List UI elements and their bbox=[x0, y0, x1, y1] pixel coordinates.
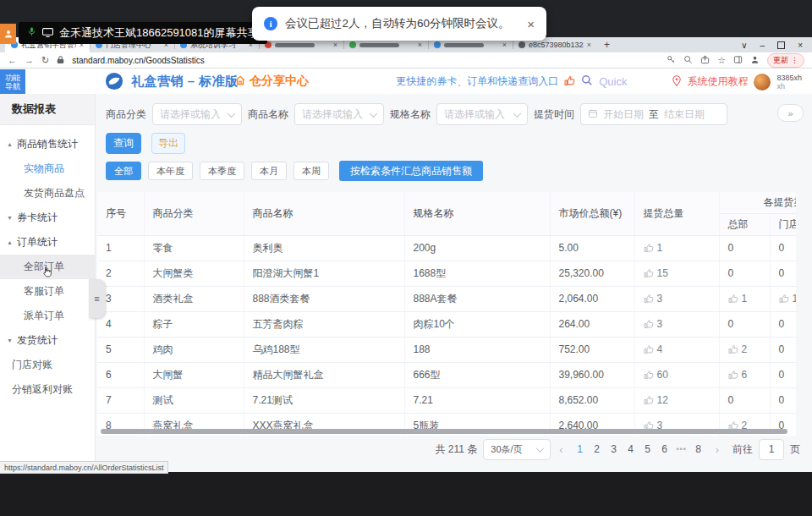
range-tab[interactable]: 本季度 bbox=[200, 162, 244, 180]
table-cell: 0 bbox=[770, 261, 796, 286]
sidebar-item[interactable]: 门店对账 bbox=[0, 353, 95, 377]
sidebar-item[interactable]: 实物商品 bbox=[0, 156, 95, 181]
page-unit-label: 页 bbox=[790, 442, 800, 457]
sidebar-item[interactable]: 分销返利对账 bbox=[0, 377, 95, 402]
tab-close-icon[interactable]: × bbox=[333, 41, 337, 49]
summary-button[interactable]: 按检索条件汇总商品销售额 bbox=[339, 161, 483, 181]
key-icon[interactable] bbox=[667, 55, 676, 66]
user-avatar[interactable] bbox=[754, 74, 771, 91]
category-placeholder: 请选择或输入 bbox=[160, 107, 221, 122]
function-nav-toggle[interactable]: 功能导航 bbox=[0, 69, 25, 94]
sidebar-item[interactable]: ▲订单统计 bbox=[0, 230, 95, 255]
sidebar-item[interactable]: ▲商品销售统计 bbox=[0, 132, 95, 156]
table-cell: 1 bbox=[634, 235, 719, 261]
total-count: 共 211 条 bbox=[436, 442, 478, 457]
bookmark-star-icon[interactable]: ☆ bbox=[717, 55, 726, 66]
zoom-icon[interactable] bbox=[683, 55, 693, 66]
date-range-picker[interactable]: 开始日期 至 结束日期 bbox=[580, 103, 727, 125]
range-tab[interactable]: 全部 bbox=[106, 162, 141, 180]
chrome-update-button[interactable]: 更新 ⋮ bbox=[767, 53, 804, 68]
username-sub: xh bbox=[776, 82, 802, 91]
sidebar-item[interactable]: 发货商品盘点 bbox=[0, 181, 95, 206]
warehouse-share-center-link[interactable]: 仓分享中心 bbox=[234, 74, 309, 89]
range-tab[interactable]: 本周 bbox=[294, 162, 329, 180]
sidebar-item-label: 派单订单 bbox=[24, 309, 64, 323]
sidebar-item[interactable]: 客服订单 bbox=[0, 279, 95, 304]
page-number[interactable]: 5 bbox=[639, 443, 656, 455]
range-tab[interactable]: 本月 bbox=[251, 162, 287, 180]
share-icon[interactable] bbox=[700, 55, 710, 66]
screen-share-text: 金禾通技术王斌18662591081的屏幕共享 bbox=[59, 25, 259, 41]
page-number[interactable]: 3 bbox=[606, 443, 623, 455]
main-content: 商品分类 请选择或输入 商品名称 请选择或输入 规格名称 请选择或输入 提货时间… bbox=[96, 94, 812, 472]
tab-close-icon[interactable]: × bbox=[587, 41, 591, 49]
date-separator: 至 bbox=[649, 107, 659, 122]
sidebar-item[interactable]: 全部订单 bbox=[0, 255, 95, 279]
page-number[interactable]: 4 bbox=[623, 443, 639, 455]
table-cell: 200g bbox=[404, 235, 550, 261]
page-ellipsis[interactable]: ••• bbox=[673, 445, 690, 453]
kebab-menu-icon[interactable]: ⋮ bbox=[791, 56, 798, 64]
quick-label[interactable]: Quick bbox=[599, 75, 627, 88]
microphone-icon[interactable] bbox=[27, 26, 36, 40]
page-number[interactable]: 6 bbox=[656, 443, 673, 455]
function-nav-label: 功能导航 bbox=[4, 74, 21, 91]
expand-filters-button[interactable]: » bbox=[777, 104, 804, 122]
system-tutorial-link[interactable]: 系统使用教程 bbox=[687, 74, 748, 89]
page-number[interactable]: 2 bbox=[589, 443, 606, 455]
calendar-icon bbox=[588, 108, 598, 121]
query-button[interactable]: 查询 bbox=[106, 133, 141, 154]
prev-page-button[interactable]: ‹ bbox=[557, 443, 565, 456]
table-cell: 39,960.00 bbox=[550, 362, 634, 387]
page-size-value: 30条/页 bbox=[491, 443, 522, 456]
product-name-select[interactable]: 请选择或输入 bbox=[294, 103, 384, 125]
goto-page-input[interactable] bbox=[759, 439, 784, 460]
page-number[interactable]: 1 bbox=[572, 443, 589, 455]
sidebar-item[interactable]: ▼券卡统计 bbox=[0, 206, 95, 230]
tab-search-chevron-icon[interactable]: ∨ bbox=[741, 41, 747, 50]
quick-search-icon[interactable] bbox=[581, 74, 593, 90]
tab-close-icon[interactable]: × bbox=[418, 41, 422, 49]
spec-select[interactable]: 请选择或输入 bbox=[436, 103, 528, 125]
horizontal-scrollbar[interactable] bbox=[101, 429, 787, 434]
page-number[interactable]: 8 bbox=[690, 443, 707, 455]
toast-close-icon[interactable]: × bbox=[527, 17, 535, 31]
profile-icon[interactable] bbox=[750, 55, 760, 66]
header-right: 更快捷的券卡、订单和快递查询入口 Quick 系统使用教程 8385xh xh bbox=[396, 69, 802, 94]
table-row: 3酒类礼盒888酒类套餐888A套餐2,064.00311 bbox=[97, 286, 796, 311]
padlock-icon[interactable] bbox=[57, 55, 64, 66]
forward-icon[interactable]: → bbox=[25, 55, 34, 65]
sidebar-item[interactable]: 派单订单 bbox=[0, 304, 95, 328]
range-tab[interactable]: 本年度 bbox=[148, 162, 193, 180]
table-cell: 15 bbox=[634, 261, 719, 286]
back-icon[interactable]: ← bbox=[8, 55, 17, 65]
table-cell: 888酒类套餐 bbox=[244, 286, 404, 311]
minimize-button[interactable]: – bbox=[760, 41, 765, 50]
address-bar-actions: ☆ 更新 ⋮ bbox=[667, 53, 804, 68]
reload-icon[interactable]: ↻ bbox=[41, 55, 49, 66]
pagination: 共 211 条 30条/页 ‹ 123456•••8 › 前往 页 bbox=[436, 438, 801, 460]
col-header-spec: 规格名称 bbox=[404, 192, 550, 235]
pickup-hand-icon bbox=[644, 294, 654, 304]
participant-icon[interactable] bbox=[0, 24, 16, 44]
restore-window-button[interactable] bbox=[777, 41, 785, 49]
tab-close-icon[interactable]: × bbox=[502, 41, 507, 49]
url-text[interactable]: standard.maboy.cn/GoodsStatistics bbox=[72, 56, 205, 65]
close-window-button[interactable]: × bbox=[798, 41, 803, 50]
side-panel-icon[interactable] bbox=[733, 55, 743, 66]
status-url-tooltip: https://standard.maboy.cn/AllOrderStatis… bbox=[0, 461, 168, 474]
page-size-select[interactable]: 30条/页 bbox=[483, 439, 551, 460]
quick-entry-tip[interactable]: 更快捷的券卡、订单和快递查询入口 bbox=[396, 74, 558, 89]
chevron-down-icon bbox=[513, 109, 522, 118]
table-row: 4粽子五芳斋肉粽肉粽10个264.00300 bbox=[97, 311, 796, 337]
table-cell: 零食 bbox=[144, 235, 244, 261]
sidebar-item[interactable]: ▼发货统计 bbox=[0, 328, 95, 353]
table-cell: 12 bbox=[634, 387, 719, 413]
export-button[interactable]: 导出 bbox=[151, 133, 185, 154]
new-tab-button[interactable]: + bbox=[601, 39, 613, 52]
table-body: 1零食奥利奥200g5.001002大闸蟹类阳澄湖大闸蟹11688型25,320… bbox=[97, 235, 796, 436]
category-select[interactable]: 请选择或输入 bbox=[152, 103, 242, 125]
table-cell: 0 bbox=[719, 261, 770, 286]
next-page-button[interactable]: › bbox=[713, 443, 721, 456]
sidebar-collapse-handle[interactable]: ≡ bbox=[89, 279, 105, 318]
